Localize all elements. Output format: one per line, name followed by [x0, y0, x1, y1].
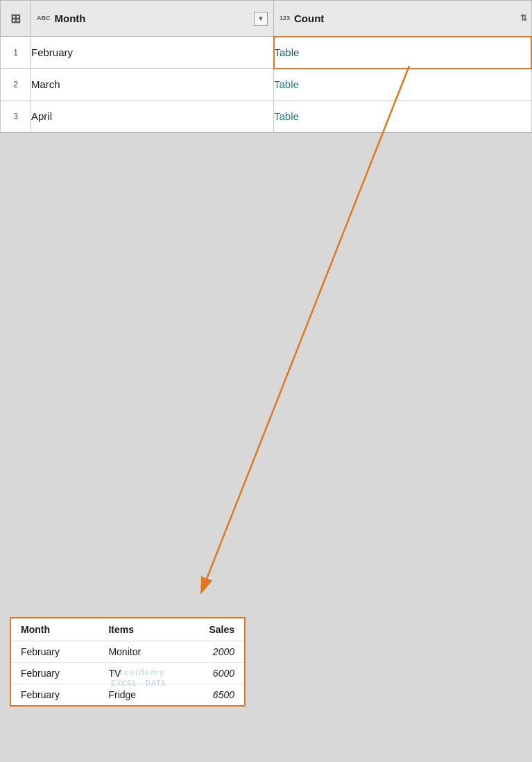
row-num-header: ⊞: [1, 1, 31, 37]
numeric-icon: 123: [280, 15, 290, 21]
table-grid-icon: ⊞: [10, 11, 21, 26]
sort-icon[interactable]: ⇅: [520, 13, 527, 23]
detail-item-1: Monitor: [98, 641, 176, 663]
table-row: 1 February Table: [1, 37, 532, 69]
count-cell-1: Table: [274, 37, 532, 69]
watermark: exceldemy EXCEL · DATA: [111, 667, 166, 688]
detail-items-header: Items: [98, 618, 176, 641]
table-row: 3 April Table: [1, 101, 532, 132]
query-table: ⊞ ABC Month ▼ 123: [0, 0, 532, 132]
month-cell-1: February: [31, 37, 274, 69]
watermark-logo: exceldemy: [111, 667, 166, 679]
row-number-1: 1: [1, 37, 31, 69]
detail-month-header: Month: [11, 618, 98, 641]
row-number-2: 2: [1, 69, 31, 101]
query-table-wrapper: ⊞ ABC Month ▼ 123: [0, 0, 532, 133]
svg-line-1: [201, 66, 409, 593]
count-cell-3: Table: [274, 101, 532, 132]
month-dropdown-arrow[interactable]: ▼: [254, 12, 268, 26]
abc-icon: ABC: [37, 15, 51, 21]
count-column-header[interactable]: 123 Count ⇅: [274, 1, 532, 37]
detail-month-2: February: [11, 663, 98, 684]
detail-sales-2: 6000: [177, 663, 244, 684]
detail-sales-3: 6500: [177, 684, 244, 706]
detail-row-1: February Monitor 2000: [11, 641, 244, 663]
detail-month-1: February: [11, 641, 98, 663]
detail-month-3: February: [11, 684, 98, 706]
month-column-header[interactable]: ABC Month ▼: [31, 1, 274, 37]
detail-sales-1: 2000: [177, 641, 244, 663]
row-number-3: 3: [1, 101, 31, 132]
month-cell-2: March: [31, 69, 274, 101]
detail-sales-header: Sales: [177, 618, 244, 641]
month-cell-3: April: [31, 101, 274, 132]
count-column-label: Count: [294, 12, 324, 24]
detail-table: Month Items Sales February Monitor 2: [11, 618, 244, 705]
count-cell-2: Table: [274, 69, 532, 101]
month-column-label: Month: [55, 12, 86, 24]
watermark-tagline: EXCEL · DATA: [111, 679, 166, 688]
table-row: 2 March Table: [1, 69, 532, 101]
detail-table-container: Month Items Sales February Monitor 2: [10, 617, 246, 707]
